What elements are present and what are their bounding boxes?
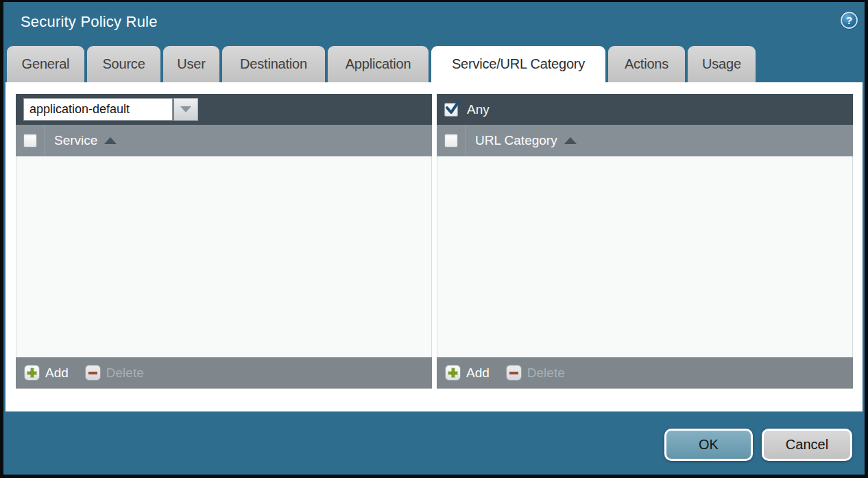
tab-content-service-url-category: application-default Service <box>5 82 863 411</box>
tab-usage[interactable]: Usage <box>688 46 756 82</box>
url-category-toolbar: Any <box>437 94 853 125</box>
url-category-add-label: Add <box>466 366 490 381</box>
checkmark-icon <box>444 99 461 116</box>
service-add-label: Add <box>45 366 69 381</box>
service-select-all-checkbox[interactable] <box>23 134 37 147</box>
tab-bar: General Source User Destination Applicat… <box>7 46 756 82</box>
service-type-combo: application-default <box>23 98 198 121</box>
security-policy-rule-dialog: Security Policy Rule ? General Source Us… <box>3 2 865 475</box>
url-category-column-header[interactable]: URL Category <box>475 133 557 148</box>
tab-general[interactable]: General <box>7 46 84 82</box>
url-category-delete-label: Delete <box>527 366 565 381</box>
tab-service-url-category[interactable]: Service/URL Category <box>431 46 605 82</box>
dialog-title: Security Policy Rule <box>21 13 158 31</box>
ok-button[interactable]: OK <box>664 429 753 461</box>
service-footer: Add Delete <box>16 357 432 389</box>
service-toolbar: application-default <box>16 94 432 125</box>
tab-source[interactable]: Source <box>87 46 160 82</box>
url-category-list <box>437 156 853 357</box>
service-type-dropdown-button[interactable] <box>173 98 198 121</box>
sort-ascending-icon[interactable] <box>104 137 117 144</box>
service-add-button[interactable]: Add <box>24 365 69 381</box>
chevron-down-icon <box>180 106 191 112</box>
any-checkbox[interactable] <box>444 103 458 117</box>
tab-destination[interactable]: Destination <box>222 46 325 82</box>
sort-ascending-icon[interactable] <box>564 137 577 144</box>
minus-icon <box>506 365 522 381</box>
tab-user[interactable]: User <box>163 46 219 82</box>
url-category-add-button[interactable]: Add <box>445 365 490 381</box>
service-delete-label: Delete <box>106 366 144 381</box>
service-select-all-cell <box>16 125 45 156</box>
url-category-delete-button[interactable]: Delete <box>506 365 565 381</box>
url-category-select-all-checkbox[interactable] <box>444 134 458 147</box>
cancel-button[interactable]: Cancel <box>762 429 852 461</box>
service-column-header[interactable]: Service <box>54 133 97 148</box>
url-category-footer: Add Delete <box>437 357 853 389</box>
dialog-action-row: OK Cancel <box>664 429 852 461</box>
url-category-select-all-cell <box>437 125 466 156</box>
plus-icon <box>445 365 461 381</box>
tab-application[interactable]: Application <box>328 46 429 82</box>
tab-actions[interactable]: Actions <box>608 46 685 82</box>
service-column-header-row: Service <box>16 125 432 156</box>
screenshot-viewport: Security Policy Rule ? General Source Us… <box>0 0 868 478</box>
any-checkbox-label[interactable]: Any <box>467 102 490 117</box>
service-type-dropdown-value[interactable]: application-default <box>23 98 173 121</box>
url-category-column-header-row: URL Category <box>437 125 853 156</box>
service-delete-button[interactable]: Delete <box>85 365 144 381</box>
url-category-panel: Any URL Category Add <box>437 94 853 389</box>
service-list <box>16 156 432 357</box>
plus-icon <box>24 365 40 381</box>
help-icon[interactable]: ? <box>841 12 858 29</box>
minus-icon <box>85 365 101 381</box>
service-panel: application-default Service <box>16 94 432 389</box>
